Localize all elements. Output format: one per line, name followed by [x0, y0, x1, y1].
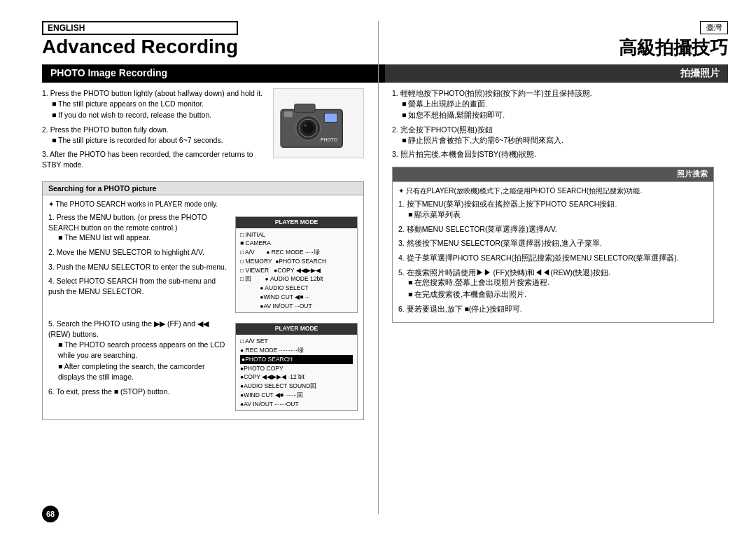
menu-item: □ 回 ● AUDIO MODE 12bit: [240, 275, 353, 284]
menu-item: ● REC MODE ···········绿: [240, 346, 353, 355]
menu-item: ●COPY ◀◀▶▶◀ ·12 bit: [240, 373, 353, 382]
menu-item: ●PHOTO COPY: [240, 364, 353, 373]
menu-item-highlight: ●PHOTO SEARCH: [240, 355, 353, 364]
header-right: 臺灣 高級拍攝技巧: [619, 21, 728, 60]
subsection-searching: Searching for a PHOTO picture The PHOTO …: [42, 181, 364, 421]
right-sub-step-5: 5. 在搜索照片時請使用▶▶ (FF)(快轉)和◀◀(REW)(快退)按鈕. 在…: [398, 268, 708, 300]
right-step-1: 1. 輕輕地按下PHOTO(拍照)按鈕(按下約一半)並且保持該態. 螢幕上出現靜…: [392, 88, 714, 120]
step-2-num: 2.: [42, 125, 50, 134]
sub-step-5: 5. Search the PHOTO using the ▶▶ (FF) an…: [48, 319, 230, 382]
menu-item: □ MEMORY ●PHOTO SEARCH: [240, 257, 353, 266]
right-sub-step-5-bullet-2: 在完成搜索後,本機會顯示出照片.: [408, 289, 708, 300]
sub-step-5-bullet-1: The PHOTO search process appears on the …: [58, 340, 230, 360]
menu-box-1-header: PLAYER MODE: [236, 217, 357, 228]
sub-step-1: 1. Press the MENU button. (or press the …: [48, 212, 230, 243]
menu-box-2: PLAYER MODE □ A/V SET ● REC MODE ·······…: [235, 323, 358, 411]
taiwan-badge: 臺灣: [700, 21, 728, 34]
sub-step-2: 2. Move the MENU SELECTOR to highlight A…: [48, 247, 230, 258]
right-step-2: 2. 完全按下PHOTO(照相)按鈕 靜止照片會被拍下,大約需6~7秒的時間來寫…: [392, 125, 714, 145]
right-step-1-bullet-2: 如您不想拍攝,鬆開按鈕即可.: [402, 110, 714, 120]
menu-item: □ INITIAL: [240, 230, 353, 239]
step-1-num: 1.: [42, 89, 50, 97]
section-title-left: PHOTO Image Recording: [42, 64, 385, 83]
subsection-right-header: 照片搜索: [393, 167, 713, 182]
sub-step-1-bullet: The MENU list will appear.: [58, 232, 230, 243]
menu-item: ●WIND CUT ◀■ ·······回: [240, 391, 353, 400]
right-sub-step-1-bullet: 顯示菜單列表: [408, 209, 708, 220]
sub-step-3: 3. Push the MENU SELECTOR to enter the s…: [48, 262, 230, 272]
left-column: PHOTO 1. Press the PHOTO button lightly …: [42, 88, 378, 426]
right-sub-step-2: 2. 移動MENU SELECTOR(菜單選擇器)選擇A/V.: [398, 224, 708, 235]
page-number: 68: [42, 506, 59, 522]
advanced-recording-title: Advanced Recording: [42, 36, 238, 58]
page: ENGLISH Advanced Recording 臺灣 高級拍攝技巧 PHO…: [0, 0, 756, 535]
subsection-right: 照片搜索 只有在PLAYER(放映機)模式下,之能使用PHOTO SEARCH(…: [392, 167, 714, 323]
menu-item: ●AV IN/OUT ·······OUT: [240, 400, 353, 409]
right-sub-step-4: 4. 從子菜單選擇PHOTO SEARCH(拍照記搜索)並按MENU SELEC…: [398, 253, 708, 263]
menu-item: □ A/V SET: [240, 337, 353, 346]
svg-rect-6: [325, 113, 337, 122]
main-content: PHOTO 1. Press the PHOTO button lightly …: [42, 88, 728, 426]
menu-box-1-content: □ INITIAL ■ CAMERA □ A/V ● REC MODE ····…: [236, 228, 357, 313]
menu-item: ■ CAMERA: [240, 239, 353, 248]
subsection-searching-content: The PHOTO SEARCH works in PLAYER mode on…: [43, 195, 363, 420]
right-sub-step-6: 6. 要若要退出,放下 ■(停止)按鈕即可.: [398, 304, 708, 314]
menu-item: ●WIND CUT ◀■ ···: [240, 293, 353, 302]
cross-note: The PHOTO SEARCH works in PLAYER mode on…: [48, 200, 358, 209]
menu-item: ● AUDIO SELECT: [240, 284, 353, 293]
right-sub-step-3: 3. 然後按下MENU SELECTOR(菜單選擇器)按鈕,進入子菜單.: [398, 238, 708, 249]
sub-step-5-bullet-2: After completing the search, the camcord…: [58, 361, 230, 382]
menu-box-2-content: □ A/V SET ● REC MODE ···········绿 ●PHOTO…: [236, 335, 357, 410]
right-step-2-bullet-1: 靜止照片會被拍下,大約需6~7秒的時間來寫入.: [402, 135, 714, 146]
camera-svg: PHOTO: [274, 89, 363, 158]
subsection-right-content: 只有在PLAYER(放映機)模式下,之能使用PHOTO SEARCH(拍照記搜索…: [393, 182, 713, 322]
right-sub-step-1: 1. 按下MENU(菜單)按鈕或在搖控器上按下PHOTO SEARCH按鈕. 顯…: [398, 199, 708, 219]
right-step-1-bullet-1: 螢幕上出現靜止的畫面.: [402, 99, 714, 109]
menu-box-1: PLAYER MODE □ INITIAL ■ CAMERA □ A/V ● R…: [235, 216, 358, 314]
right-cross-note: 只有在PLAYER(放映機)模式下,之能使用PHOTO SEARCH(拍照記搜索…: [398, 186, 708, 196]
english-badge: ENGLISH: [42, 21, 238, 35]
menu-box-2-header: PLAYER MODE: [236, 324, 357, 335]
right-sub-step-5-bullet-1: 在您搜索時,螢幕上會出現照片搜索過程.: [408, 277, 708, 288]
svg-rect-9: [284, 111, 293, 117]
right-step-3: 3. 照片拍完後,本機會回到STBY(待機)狀態.: [392, 149, 714, 160]
chinese-title: 高級拍攝技巧: [619, 36, 728, 60]
svg-text:PHOTO: PHOTO: [321, 137, 337, 142]
right-column: 1. 輕輕地按下PHOTO(拍照)按鈕(按下約一半)並且保持該態. 螢幕上出現靜…: [378, 88, 714, 426]
menu-item: ●AUDIO SELECT SOUND回: [240, 382, 353, 391]
subsection-searching-header: Searching for a PHOTO picture: [43, 182, 363, 195]
menu-item: □ A/V ● REC MODE ·····绿: [240, 248, 353, 257]
steps-with-camera: PHOTO 1. Press the PHOTO button lightly …: [42, 88, 364, 174]
page-header: ENGLISH Advanced Recording 臺灣 高級拍攝技巧: [42, 21, 728, 60]
section-header-bar: PHOTO Image Recording 拍攝照片: [42, 64, 728, 83]
svg-point-4: [304, 124, 307, 127]
camera-illustration: PHOTO: [273, 88, 364, 158]
section-title-right: 拍攝照片: [385, 64, 728, 83]
sub-step-4: 4. Select PHOTO SEARCH from the sub-menu…: [48, 276, 230, 296]
svg-rect-8: [295, 104, 315, 113]
vertical-divider: [378, 21, 379, 514]
header-left: ENGLISH Advanced Recording: [42, 21, 238, 58]
step-3-num: 3.: [42, 150, 50, 158]
menu-item: □ VIEWER ●COPY ◀◀▶▶◀: [240, 266, 353, 275]
sub-step-6: 6. To exit, press the ■ (STOP) button.: [48, 387, 230, 397]
svg-point-3: [302, 123, 314, 134]
menu-item: ●AV IN/OUT ···OUT: [240, 302, 353, 311]
